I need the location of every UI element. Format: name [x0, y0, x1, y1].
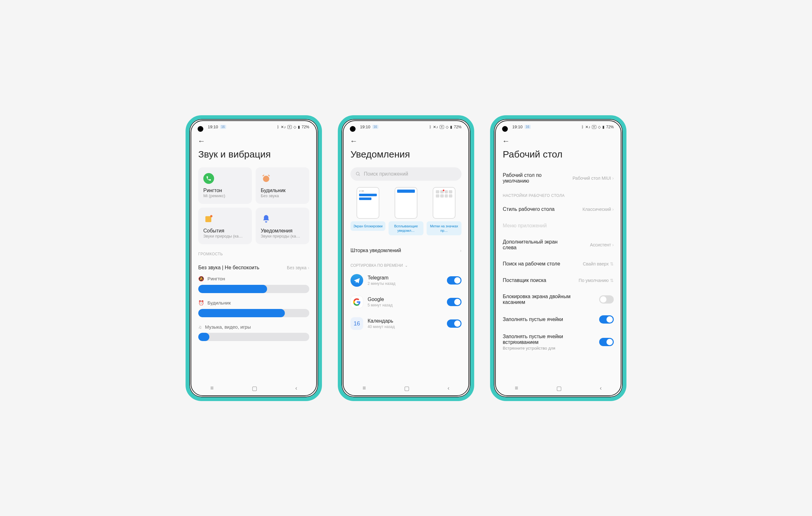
row-value: Без звука: [287, 265, 307, 270]
slider-label: Рингтон: [207, 276, 225, 281]
clock: 19:10: [512, 125, 523, 129]
row-double-tap-lock[interactable]: Блокировка экрана двойным касанием: [503, 289, 614, 310]
nav-bar: ≡ ▢ ‹: [191, 381, 316, 395]
card-title: Будильник: [261, 188, 304, 193]
wifi-icon: ◇: [293, 125, 296, 129]
row-fill-empty[interactable]: Заполнять пустые ячейки: [503, 310, 614, 329]
row-fill-empty-shake[interactable]: Заполнять пустые ячейки встряхиванием Вс…: [503, 329, 614, 356]
bell-icon: [262, 214, 270, 223]
battery-pct: 72%: [606, 125, 614, 129]
calendar-app-icon: 16: [350, 317, 363, 330]
toggle-fill-empty[interactable]: [599, 315, 614, 324]
search-icon: [355, 171, 360, 176]
nav-recents[interactable]: ≡: [210, 385, 214, 391]
app-name: Telegram: [368, 275, 442, 281]
camera-hole: [350, 126, 355, 132]
page-title: Рабочий стол: [503, 149, 614, 160]
row-notification-shade[interactable]: Шторка уведомлений ›: [350, 242, 462, 259]
row-default-launcher[interactable]: Рабочий стол по умолчанию Рабочий стол M…: [503, 167, 614, 189]
svg-line-4: [359, 175, 360, 175]
card-subtitle: Mi (ремикс): [203, 193, 247, 198]
chevron-right-icon: ›: [460, 248, 462, 253]
chevron-down-icon: ⌄: [405, 263, 408, 268]
notif-count-badge: 16: [220, 125, 226, 129]
card-events[interactable]: События Звуки природы (ка…: [198, 208, 252, 244]
toggle-double-tap-lock[interactable]: [599, 295, 614, 304]
back-button[interactable]: ←: [350, 137, 357, 145]
volte-icon: ✕: [592, 125, 596, 129]
row-silent-dnd[interactable]: Без звука | Не беспокоить Без звука›: [198, 260, 309, 276]
row-sublabel: Встряхните устройство для: [503, 346, 580, 351]
back-button[interactable]: ←: [198, 137, 205, 145]
alarm-slider[interactable]: [198, 309, 309, 317]
card-notifications[interactable]: Уведомления Звуки природы (ка…: [256, 208, 309, 244]
sort-by-dropdown[interactable]: СОРТИРОВКА ПО ВРЕМЕНИ ⌄: [350, 263, 462, 268]
card-subtitle: Без звука: [261, 193, 304, 198]
section-volume: ГРОМКОСТЬ: [198, 252, 309, 256]
toggle-calendar[interactable]: [447, 320, 462, 328]
nav-back[interactable]: ‹: [295, 385, 297, 391]
volte-icon: ✕: [440, 125, 444, 129]
row-value: Ассистент: [590, 242, 611, 247]
nav-back[interactable]: ‹: [600, 385, 602, 391]
notif-type-lockscreen[interactable]: 2:36 Экран блокировки: [350, 187, 385, 236]
nav-recents[interactable]: ≡: [515, 385, 518, 391]
card-title: События: [203, 228, 247, 234]
status-bar: 19:1016 ᛒ✕♪✕◇▮72%: [496, 121, 621, 133]
notif-type-label: Экран блокировки: [350, 221, 385, 231]
nav-recents[interactable]: ≡: [362, 385, 366, 391]
toggle-telegram[interactable]: [447, 276, 462, 284]
row-search-provider[interactable]: Поставщик поиска По умолчанию⇅: [503, 272, 614, 289]
ringtone-slider-icon: 🔕: [198, 276, 204, 282]
media-slider[interactable]: [198, 333, 309, 341]
row-value: По умолчанию: [579, 278, 609, 283]
card-ringtone[interactable]: Рингтон Mi (ремикс): [198, 167, 252, 204]
notif-type-badges[interactable]: Метки на значках пр…: [427, 187, 462, 236]
nav-bar: ≡ ▢ ‹: [496, 381, 621, 395]
app-row-calendar[interactable]: 16 Календарь40 минут назад: [350, 313, 462, 334]
toggle-google[interactable]: [447, 298, 462, 306]
notif-type-popup[interactable]: Всплывающие уведомл…: [388, 187, 424, 236]
battery-pct: 72%: [302, 125, 309, 129]
svg-point-0: [263, 175, 269, 182]
toggle-fill-empty-shake[interactable]: [599, 338, 614, 346]
row-desktop-search[interactable]: Поиск на рабочем столе Свайп вверх⇅: [503, 255, 614, 272]
nav-home[interactable]: ▢: [252, 385, 257, 392]
app-name: Календарь: [368, 318, 442, 324]
nav-home[interactable]: ▢: [556, 385, 562, 392]
search-placeholder: Поиск приложений: [364, 171, 408, 177]
row-label: Заполнять пустые ячейки: [503, 317, 563, 322]
vibrate-icon: ✕♪: [281, 125, 286, 129]
volte-icon: ✕: [287, 125, 292, 129]
row-desktop-style[interactable]: Стиль рабочего стола Классический›: [503, 201, 614, 218]
updown-icon: ⇅: [610, 278, 614, 283]
sort-label: СОРТИРОВКА ПО ВРЕМЕНИ: [350, 263, 403, 268]
notif-count-badge: 16: [525, 125, 531, 129]
chevron-right-icon: ›: [612, 207, 614, 212]
row-label: Рабочий стол по умолчанию: [503, 172, 564, 184]
ringtone-slider[interactable]: [198, 285, 309, 293]
row-app-drawer: Меню приложений: [503, 218, 614, 234]
svg-point-3: [356, 172, 359, 175]
phone-sound: 19:10 16 ᛒ ✕♪ ✕ ◇ ▮ 72% ← Звук и вибраци…: [185, 115, 322, 401]
app-row-google[interactable]: Google5 минут назад: [350, 291, 462, 313]
battery-icon: ▮: [298, 125, 300, 129]
vibrate-icon: ✕♪: [585, 125, 590, 129]
slider-label: Будильник: [207, 300, 231, 305]
card-alarm[interactable]: Будильник Без звука: [256, 167, 309, 204]
battery-icon: ▮: [450, 125, 452, 129]
google-icon: [353, 298, 360, 306]
back-button[interactable]: ←: [502, 137, 510, 145]
chevron-right-icon: ›: [308, 265, 309, 270]
row-label: Дополнительный экран слева: [503, 239, 569, 250]
row-extra-screen-left[interactable]: Дополнительный экран слева Ассистент›: [503, 234, 614, 255]
nav-back[interactable]: ‹: [447, 385, 450, 391]
updown-icon: ⇅: [610, 261, 614, 266]
status-bar: 19:1016 ᛒ✕♪✕◇▮72%: [344, 121, 468, 133]
search-input[interactable]: Поиск приложений: [350, 167, 462, 181]
card-subtitle: Звуки природы (ка…: [203, 234, 247, 239]
nav-home[interactable]: ▢: [404, 385, 409, 392]
row-value: Классический: [583, 207, 611, 212]
media-slider-icon: ♫: [198, 324, 202, 330]
app-row-telegram[interactable]: Telegram2 минуты назад: [350, 270, 462, 291]
